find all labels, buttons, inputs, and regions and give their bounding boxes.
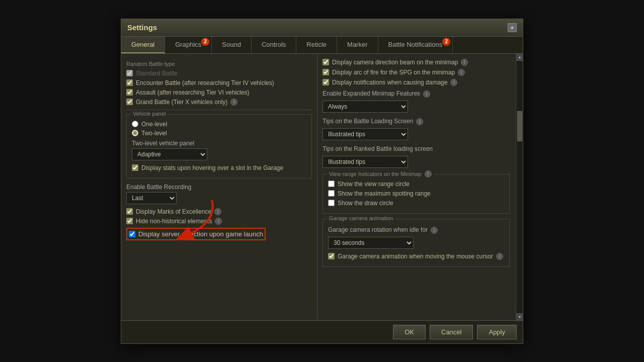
expanded-minimap-section: Enable Expanded Minimap Features i Alway… [323, 90, 510, 113]
garage-camera-section: Garage camera animation Garage camera ro… [323, 219, 510, 267]
encounter-battle-row: Encounter Battle (after researching Tier… [126, 79, 312, 86]
battle-recording-section: Enable Battle Recording Last [126, 184, 312, 204]
arc-fire-checkbox[interactable] [323, 69, 329, 75]
encounter-battle-checkbox[interactable] [126, 79, 133, 86]
tab-controls[interactable]: Controls [252, 37, 296, 53]
battle-recording-label: Enable Battle Recording [126, 184, 312, 191]
grand-battle-info-icon[interactable]: i [230, 99, 237, 106]
battle-recording-select[interactable]: Last [126, 192, 177, 204]
camera-dir-checkbox[interactable] [323, 59, 329, 65]
damage-notifications-label: Display notifications when causing damag… [332, 79, 447, 86]
footer: OK Cancel Apply [121, 320, 523, 343]
arc-fire-info-icon[interactable]: i [458, 69, 465, 76]
camera-dir-row: Display camera direction beam on the min… [323, 59, 510, 66]
view-range-info-icon[interactable]: i [425, 170, 432, 177]
assault-label: Assault (after researching Tier VI vehic… [136, 89, 249, 96]
camera-dir-info-icon[interactable]: i [461, 59, 468, 66]
garage-rotation-select[interactable]: 30 seconds [328, 237, 414, 249]
tab-sound[interactable]: Sound [212, 37, 252, 53]
two-level-panel-select[interactable]: Adaptive [132, 148, 207, 160]
expanded-minimap-label: Enable Expanded Minimap Features [323, 90, 420, 97]
expanded-minimap-select[interactable]: Always [323, 101, 408, 113]
tab-general[interactable]: General [121, 37, 165, 53]
close-button[interactable]: × [508, 23, 517, 32]
tips-battle-label: Tips on the Battle Loading Screen [323, 118, 413, 125]
damage-notifications-info-icon[interactable]: i [450, 79, 457, 86]
server-selection-label: Display server selection upon game launc… [138, 230, 263, 238]
tabs-container: General Graphics 2 Sound Controls Reticl… [121, 37, 523, 54]
standard-battle-label: Standard Battle [136, 70, 178, 77]
ok-button[interactable]: OK [393, 325, 426, 339]
hide-non-historical-label: Hide non-historical elements [136, 218, 212, 225]
hide-non-historical-info-icon[interactable]: i [215, 218, 222, 225]
divider-1 [126, 110, 312, 110]
assault-checkbox[interactable] [126, 89, 133, 96]
display-marks-info-icon[interactable]: i [214, 208, 221, 215]
battle-notifications-badge: 2 [442, 38, 450, 46]
draw-circle-label: Show the draw circle [338, 200, 393, 207]
content-area: Random Battle type Standard Battle Encou… [121, 54, 523, 320]
garage-rotation-label: Garage camera rotation when idle for [328, 226, 428, 233]
right-scrollbar[interactable]: ▲ ▼ [516, 54, 523, 320]
arc-fire-label: Display arc of fire for the SPG on the m… [332, 69, 455, 76]
one-level-row: One-level [132, 121, 306, 128]
two-level-row: Two-level [132, 130, 306, 137]
two-level-panel-select-label: Two-level vehicle panel [132, 140, 306, 147]
view-range-circle-row: Show the view range circle [328, 180, 504, 188]
display-marks-checkbox[interactable] [126, 208, 133, 215]
display-stats-checkbox[interactable] [132, 164, 138, 171]
vehicle-panel-radio-group: One-level Two-level [132, 121, 306, 137]
draw-circle-checkbox[interactable] [328, 200, 335, 206]
view-range-title: View range Indicators on the Minimap i [327, 170, 434, 177]
scrollbar-up-button[interactable]: ▲ [516, 54, 523, 61]
two-level-radio[interactable] [132, 130, 138, 136]
garage-camera-title: Garage camera animation [327, 215, 395, 221]
battle-types-label: Random Battle type [126, 61, 312, 67]
tab-battle-notifications[interactable]: Battle Notifications 2 [378, 37, 453, 53]
expanded-minimap-info-icon[interactable]: i [423, 90, 430, 98]
arc-fire-row: Display arc of fire for the SPG on the m… [323, 69, 510, 76]
max-spotting-label: Show the maximum spotting range [338, 190, 431, 197]
damage-notifications-checkbox[interactable] [323, 79, 329, 85]
scrollbar-down-button[interactable]: ▼ [516, 313, 523, 320]
tab-graphics[interactable]: Graphics 2 [165, 37, 212, 53]
tips-ranked-label: Tips on the Ranked Battle loading screen [323, 145, 433, 152]
tips-battle-section: Tips on the Battle Loading Screen i Illu… [323, 118, 510, 140]
garage-animation-label: Garage camera animation when moving the … [338, 253, 493, 260]
cancel-button[interactable]: Cancel [430, 325, 473, 339]
two-level-label: Two-level [141, 130, 167, 137]
tips-battle-select[interactable]: Illustrated tips [323, 128, 408, 140]
server-selection-highlight: Display server selection upon game launc… [126, 228, 266, 240]
one-level-radio[interactable] [132, 121, 138, 127]
encounter-battle-label: Encounter Battle (after researching Tier… [136, 79, 274, 86]
hide-non-historical-checkbox[interactable] [126, 218, 133, 224]
grand-battle-checkbox[interactable] [126, 99, 133, 105]
max-spotting-checkbox[interactable] [328, 190, 335, 197]
two-level-panel-label-container: Two-level vehicle panel Adaptive [132, 140, 306, 160]
tab-reticle[interactable]: Reticle [296, 37, 337, 53]
garage-animation-checkbox[interactable] [328, 253, 335, 259]
vehicle-panel-section: Vehicle panel One-level Two-level Two-le… [126, 114, 312, 178]
apply-button[interactable]: Apply [477, 325, 517, 339]
server-selection-checkbox[interactable] [129, 231, 135, 237]
battle-types-section: Random Battle type Standard Battle Encou… [126, 61, 312, 106]
server-selection-container: Display server selection upon game launc… [126, 228, 312, 240]
left-panel: Random Battle type Standard Battle Encou… [121, 54, 317, 320]
standard-battle-checkbox[interactable] [126, 70, 133, 76]
damage-notifications-row: Display notifications when causing damag… [323, 79, 510, 86]
tips-ranked-select[interactable]: Illustrated tips [323, 156, 408, 168]
view-range-section: View range Indicators on the Minimap i S… [323, 174, 510, 214]
camera-dir-label: Display camera direction beam on the min… [332, 59, 458, 66]
draw-circle-row: Show the draw circle [328, 200, 504, 207]
title-bar: Settings × [121, 19, 523, 37]
tab-marker[interactable]: Marker [337, 37, 378, 53]
view-range-circle-checkbox[interactable] [328, 180, 335, 187]
garage-rotation-info-icon[interactable]: i [431, 227, 438, 234]
hide-non-historical-row: Hide non-historical elements i [126, 218, 312, 225]
garage-animation-row: Garage camera animation when moving the … [328, 253, 504, 260]
scrollbar-thumb[interactable] [517, 111, 522, 141]
garage-animation-info-icon[interactable]: i [496, 253, 503, 260]
tips-battle-info-icon[interactable]: i [416, 118, 423, 125]
tips-ranked-section: Tips on the Ranked Battle loading screen… [323, 145, 510, 168]
assault-row: Assault (after researching Tier VI vehic… [126, 89, 312, 96]
